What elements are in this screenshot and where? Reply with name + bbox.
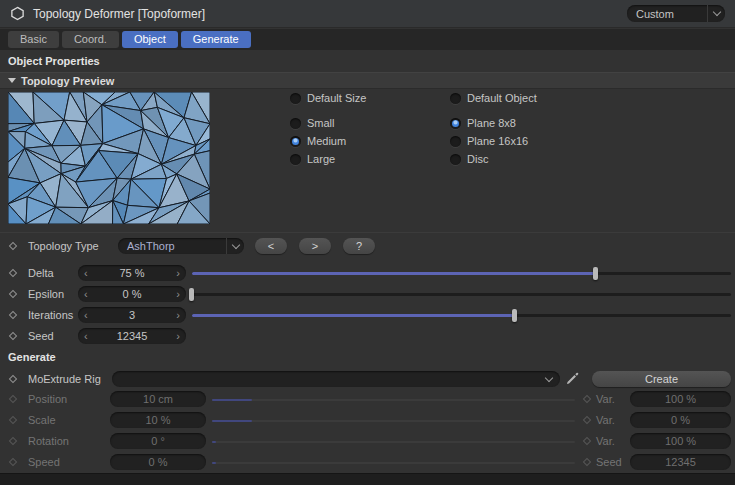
stepper-decrement-icon[interactable]: ‹ xyxy=(84,308,88,322)
scale-slider xyxy=(212,414,575,427)
slider-fill xyxy=(212,462,216,464)
epsilon-slider[interactable] xyxy=(192,288,731,301)
radio-label: Default Object xyxy=(467,92,537,104)
stepper-increment-icon[interactable]: › xyxy=(176,266,180,280)
radio-option-plane-8x8[interactable]: Plane 8x8 xyxy=(450,115,516,131)
param-row-epsilon: Epsilon ‹ 0 % › xyxy=(0,284,735,305)
iterations-slider[interactable] xyxy=(192,309,731,322)
create-button[interactable]: Create xyxy=(592,371,731,387)
slider-track xyxy=(212,399,575,401)
stepper-decrement-icon[interactable]: ‹ xyxy=(84,287,88,301)
keyframe-diamond-icon[interactable] xyxy=(9,290,17,298)
epsilon-stepper[interactable]: ‹ 0 % › xyxy=(78,286,186,302)
moextrude-rig-input[interactable] xyxy=(112,371,560,387)
topology-preview-group-header[interactable]: Topology Preview xyxy=(0,72,735,89)
slider-track xyxy=(212,441,575,443)
seed-value[interactable]: 12345 xyxy=(117,330,148,342)
scale-variation-value: 0 % xyxy=(671,414,690,426)
radio-option-default-object[interactable]: Default Object xyxy=(450,90,537,106)
next-topology-button[interactable]: > xyxy=(299,238,331,254)
help-button[interactable]: ? xyxy=(343,238,375,254)
keyframe-diamond-icon[interactable] xyxy=(9,311,17,319)
group-header-label: Topology Preview xyxy=(21,75,114,87)
rotation-variation-value: 100 % xyxy=(665,435,696,447)
param-label: Position xyxy=(28,393,67,405)
radio-option-plane-16x16[interactable]: Plane 16x16 xyxy=(450,133,528,149)
radio-button-icon xyxy=(450,136,461,147)
eyedropper-icon[interactable] xyxy=(566,372,579,387)
scale-variation-field: 0 % xyxy=(630,412,731,428)
position-slider xyxy=(212,393,575,406)
radio-option-large[interactable]: Large xyxy=(290,151,335,167)
iterations-stepper[interactable]: ‹ 3 › xyxy=(78,307,186,323)
keyframe-diamond-icon[interactable] xyxy=(9,375,17,383)
tab-generate[interactable]: Generate xyxy=(181,31,251,48)
keyframe-diamond-icon xyxy=(583,437,591,445)
radio-label: Medium xyxy=(307,135,346,147)
prev-topology-button[interactable]: < xyxy=(255,238,287,254)
epsilon-value[interactable]: 0 % xyxy=(123,288,142,300)
param-row-delta: Delta ‹ 75 % › xyxy=(0,263,735,284)
delta-stepper[interactable]: ‹ 75 % › xyxy=(78,265,186,281)
radio-option-small[interactable]: Small xyxy=(290,115,335,131)
radio-option-medium[interactable]: Medium xyxy=(290,133,346,149)
tab-basic[interactable]: Basic xyxy=(8,31,59,48)
variation-label: Var. xyxy=(596,414,626,426)
topology-type-dropdown[interactable]: AshThorp xyxy=(118,238,244,254)
topology-type-value: AshThorp xyxy=(118,240,226,252)
stepper-increment-icon[interactable]: › xyxy=(176,329,180,343)
keyframe-diamond-icon[interactable] xyxy=(9,269,17,277)
chevron-down-icon xyxy=(231,240,239,248)
chevron-box xyxy=(707,5,725,22)
title-bar: Topology Deformer [Topoformer] Custom xyxy=(0,0,735,28)
tab-object[interactable]: Object xyxy=(122,31,178,48)
radio-option-default-size[interactable]: Default Size xyxy=(290,90,366,106)
stepper-decrement-icon[interactable]: ‹ xyxy=(84,266,88,280)
speed-value-field: 0 % xyxy=(110,454,206,470)
rotation-value-field: 0 ° xyxy=(110,433,206,449)
tab-coord[interactable]: Coord. xyxy=(62,31,119,48)
chevron-down-icon xyxy=(712,8,720,16)
epsilon-slider-handle[interactable] xyxy=(189,288,194,301)
radio-button-icon xyxy=(450,118,461,129)
param-label: Rotation xyxy=(28,435,69,447)
param-label: Scale xyxy=(28,414,56,426)
keyframe-diamond-icon xyxy=(9,416,17,424)
preset-dropdown[interactable]: Custom xyxy=(627,5,725,22)
stepper-increment-icon[interactable]: › xyxy=(176,287,180,301)
radio-label: Default Size xyxy=(307,92,366,104)
scale-value: 10 % xyxy=(145,414,170,426)
tab-strip: Basic Coord. Object Generate xyxy=(0,29,735,50)
iterations-slider-handle[interactable] xyxy=(512,309,517,322)
param-row-iterations: Iterations ‹ 3 › xyxy=(0,305,735,326)
radio-label: Large xyxy=(307,153,335,165)
slider-fill xyxy=(212,420,252,422)
radio-button-icon xyxy=(290,118,301,129)
slider-fill xyxy=(212,441,216,443)
keyframe-diamond-icon[interactable] xyxy=(9,332,17,340)
topology-type-row: Topology Type AshThorp < > ? xyxy=(0,236,735,257)
moextrude-rig-label: MoExtrude Rig xyxy=(28,373,101,385)
variation-label: Var. xyxy=(596,435,626,447)
radio-option-disc[interactable]: Disc xyxy=(450,151,488,167)
topology-preview-image xyxy=(8,92,210,224)
seed-stepper[interactable]: ‹ 12345 › xyxy=(78,328,186,344)
slider-track xyxy=(212,420,575,422)
delta-value[interactable]: 75 % xyxy=(119,267,144,279)
speed-slider xyxy=(212,456,575,469)
slider-fill xyxy=(192,314,515,317)
keyframe-diamond-icon xyxy=(583,395,591,403)
keyframe-diamond-icon[interactable] xyxy=(9,242,17,250)
radio-label: Plane 16x16 xyxy=(467,135,528,147)
iterations-value[interactable]: 3 xyxy=(129,309,135,321)
param-label: Delta xyxy=(28,267,54,279)
param-label: Iterations xyxy=(28,309,73,321)
param-label: Epsilon xyxy=(28,288,64,300)
chevron-down-icon[interactable] xyxy=(545,373,553,381)
stepper-increment-icon[interactable]: › xyxy=(176,308,180,322)
delta-slider[interactable] xyxy=(192,267,731,280)
variation-label: Var. xyxy=(596,393,626,405)
stepper-decrement-icon[interactable]: ‹ xyxy=(84,329,88,343)
delta-slider-handle[interactable] xyxy=(593,267,598,280)
radio-button-icon xyxy=(290,154,301,165)
